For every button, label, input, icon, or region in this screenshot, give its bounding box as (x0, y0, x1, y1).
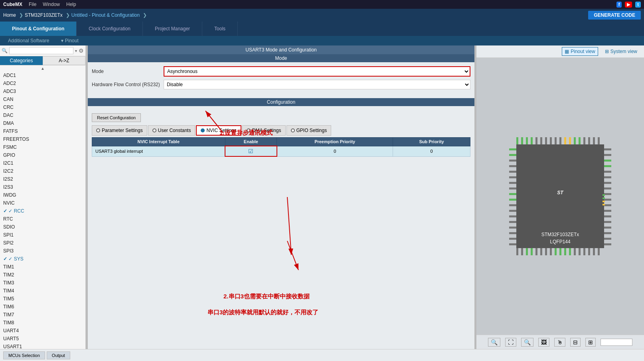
sidebar-item-tim2[interactable]: TIM2 (0, 271, 85, 279)
sidebar-item-adc2[interactable]: ADC2 (0, 79, 85, 87)
scroll-up-button[interactable]: ▲ (0, 65, 85, 71)
breadcrumb-home[interactable]: Home ❯ (3, 12, 25, 18)
sidebar-item-freertos[interactable]: FREERTOS (0, 135, 85, 143)
reset-configuration-button[interactable]: Reset Configuration (92, 113, 141, 122)
svg-rect-60 (604, 148, 611, 150)
sub-tab-additional-software[interactable]: Additional Software (8, 38, 49, 43)
hw-flow-select[interactable]: Disable CTS Only RTS Only CTS/RTS (164, 80, 470, 89)
usart-panel-title: USART3 Mode and Configuration (88, 45, 474, 54)
svg-rect-49 (509, 187, 516, 189)
sidebar-item-dma[interactable]: DMA (0, 119, 85, 127)
svg-rect-8 (526, 137, 528, 144)
fit-button[interactable]: ⛶ (505, 338, 516, 347)
sub-tab-pinout[interactable]: Pinout (61, 38, 78, 43)
sidebar-item-tim5[interactable]: TIM5 (0, 295, 85, 303)
breadcrumb-project[interactable]: Untitled - Pinout & Configuration ❯ (71, 12, 148, 18)
svg-rect-52 (509, 204, 516, 206)
config-section-header: Configuration (88, 98, 474, 106)
grid-button[interactable]: ⊞ (585, 338, 596, 347)
sidebar-item-i2c1[interactable]: I2C1 (0, 159, 85, 167)
annotation-text-3: 串口3的波特率就用默认的就好，不用改了 (207, 309, 318, 316)
sidebar-item-spi3[interactable]: SPI3 (0, 247, 85, 255)
svg-rect-68 (604, 193, 611, 195)
sidebar-item-i2c2[interactable]: I2C2 (0, 167, 85, 175)
bottom-tab-mcu-selection[interactable]: MCUs Selection (3, 351, 45, 359)
sidebar-item-nvic[interactable]: NVIC (0, 199, 85, 207)
split-button[interactable]: ⊟ (570, 338, 581, 347)
chip-toolbar: 🔍 ⛶ 🔍 🖼 🖱 ⊟ ⊞ (476, 335, 644, 349)
mode-select[interactable]: Asynchronous Disable Synchronous (164, 66, 470, 77)
svg-rect-10 (535, 137, 537, 144)
checkbox-enabled-icon[interactable]: ☑ (248, 148, 253, 154)
gear-icon[interactable]: ⚙ (79, 47, 84, 54)
view-tab-pinout[interactable]: ▦ Pinout view (562, 47, 598, 56)
zoom-out-button[interactable]: 🔍 (521, 338, 533, 347)
sidebar-item-usart1[interactable]: USART1 (0, 343, 85, 349)
sidebar-item-dac[interactable]: DAC (0, 111, 85, 119)
tab-project-manager[interactable]: Project Manager (143, 22, 202, 36)
sidebar-item-spi1[interactable]: SPI1 (0, 231, 85, 239)
sidebar-item-tim6[interactable]: TIM6 (0, 303, 85, 311)
sidebar-tab-az[interactable]: A->Z (43, 56, 85, 65)
usart-panel: USART3 Mode and Configuration Mode Mode … (88, 45, 474, 161)
sidebar-item-gpio[interactable]: GPIO (0, 151, 85, 159)
sidebar-item-i2s2[interactable]: I2S2 (0, 175, 85, 183)
zoom-in-button[interactable]: 🔍 (488, 338, 500, 347)
bottom-tab-output[interactable]: Output (47, 351, 70, 359)
view-tab-system[interactable]: ⊞ System view (602, 47, 640, 56)
sidebar-tab-categories[interactable]: Categories (0, 56, 43, 65)
sidebar-item-rtc[interactable]: RTC (0, 215, 85, 223)
layers-button[interactable]: 🖱 (554, 338, 565, 347)
config-tab-user-constants[interactable]: User Constants (148, 125, 196, 136)
breadcrumb-project-label: Untitled - Pinout & Configuration (71, 12, 140, 18)
sidebar-item-fsmc[interactable]: FSMC (0, 143, 85, 151)
svg-rect-35 (569, 248, 571, 255)
sidebar-item-spi2[interactable]: SPI2 (0, 239, 85, 247)
menu-window[interactable]: Window (43, 2, 60, 7)
breadcrumb-device[interactable]: STM32F103ZETx ❯ (25, 12, 71, 18)
export-button[interactable]: 🖼 (538, 338, 549, 347)
nvic-enable-cell[interactable]: ☑ (225, 146, 277, 156)
sidebar-item-adc3[interactable]: ADC3 (0, 87, 85, 95)
config-tab-dma[interactable]: DMA Settings (242, 125, 286, 136)
sidebar-item-tim7[interactable]: TIM7 (0, 311, 85, 319)
tab-clock-config[interactable]: Clock Configuration (77, 22, 143, 36)
sidebar: 🔍 ▾ ⚙ Categories A->Z ▲ ADC1ADC2ADC3CANC… (0, 45, 86, 349)
chip-search-input[interactable] (601, 339, 632, 346)
sidebar-item-fatfs[interactable]: FATFS (0, 127, 85, 135)
sidebar-item-tim4[interactable]: TIM4 (0, 287, 85, 295)
chip-area: ST STM32F103ZETx LQFP144 (476, 58, 644, 335)
svg-rect-73 (604, 221, 611, 223)
svg-rect-81 (603, 204, 605, 205)
chip-logo: ST (557, 190, 564, 195)
config-tab-gpio[interactable]: GPIO Settings (286, 125, 332, 136)
menu-file[interactable]: File (29, 2, 36, 7)
dropdown-arrow-icon[interactable]: ▾ (75, 49, 77, 53)
hw-flow-field-row: Hardware Flow Control (RS232) Disable CT… (92, 80, 470, 89)
top-bar: CubeMX File Window Help f ▶ t (0, 0, 644, 9)
sidebar-item-crc[interactable]: CRC (0, 103, 85, 111)
nvic-row-usart3: USART3 global interrupt ☑ 0 0 (92, 146, 470, 156)
config-tab-nvic[interactable]: NVIC Settings (196, 125, 241, 136)
sidebar-item-sdio[interactable]: SDIO (0, 223, 85, 231)
sidebar-item-tim1[interactable]: TIM1 (0, 263, 85, 271)
svg-rect-41 (598, 248, 600, 255)
sidebar-item-can[interactable]: CAN (0, 95, 85, 103)
menu-help[interactable]: Help (66, 2, 76, 7)
tab-tools[interactable]: Tools (202, 22, 238, 36)
tab-pinout-config[interactable]: Pinout & Configuration (0, 22, 77, 36)
sidebar-item-uart5[interactable]: UART5 (0, 335, 85, 343)
svg-rect-28 (535, 248, 537, 255)
sidebar-item-sys[interactable]: ✓ SYS (0, 255, 85, 263)
sidebar-item-i2s3[interactable]: I2S3 (0, 183, 85, 191)
config-tab-parameter[interactable]: Parameter Settings (92, 125, 147, 136)
generate-code-button[interactable]: GENERATE CODE (588, 11, 641, 20)
sidebar-item-tim3[interactable]: TIM3 (0, 279, 85, 287)
sidebar-item-adc1[interactable]: ADC1 (0, 71, 85, 79)
sidebar-item-rcc[interactable]: ✓ RCC (0, 207, 85, 215)
search-input[interactable] (9, 47, 73, 54)
svg-rect-12 (545, 137, 547, 144)
sidebar-item-uart4[interactable]: UART4 (0, 327, 85, 335)
sidebar-item-tim8[interactable]: TIM8 (0, 319, 85, 327)
sidebar-item-iwdg[interactable]: IWDG (0, 191, 85, 199)
